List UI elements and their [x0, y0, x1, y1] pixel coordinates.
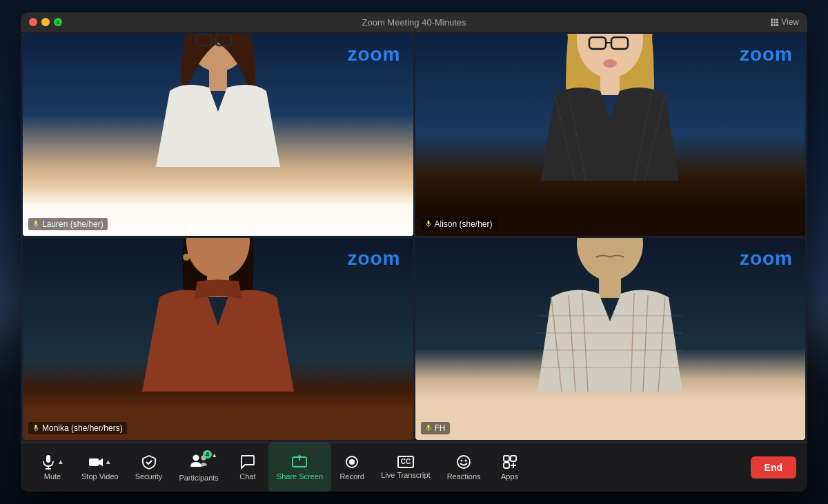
zoom-window: Zoom Meeting 40-Minutes View	[21, 12, 807, 492]
mic-icon-alison	[425, 221, 432, 228]
svg-point-38	[461, 459, 463, 461]
share-screen-toolbar-icon	[292, 454, 307, 470]
mic-icon-monika	[32, 425, 39, 432]
svg-rect-2	[209, 70, 227, 91]
reactions-button[interactable]: Reactions	[439, 443, 489, 492]
participant-video-fh	[506, 238, 713, 440]
video-grid: zoom Lauren (she/her)	[21, 32, 807, 442]
svg-rect-6	[35, 221, 37, 225]
security-button[interactable]: Security	[127, 443, 171, 492]
mute-button[interactable]: ▲ Mute	[32, 443, 73, 492]
live-transcript-button[interactable]: CC Live Transcript	[373, 443, 439, 492]
mic-icon-lauren	[32, 221, 39, 228]
shield-toolbar-icon	[141, 454, 157, 470]
participants-button[interactable]: 4 ▲ Participants	[170, 443, 226, 492]
participants-label: Participants	[179, 474, 218, 482]
live-transcript-label: Live Transcript	[381, 471, 431, 479]
record-label: Record	[339, 472, 364, 481]
participant-video-alison	[506, 34, 713, 236]
window-title: Zoom Meeting 40-Minutes	[362, 17, 466, 28]
video-cell-fh: zoom FH	[415, 238, 806, 440]
apps-toolbar-icon	[502, 454, 518, 470]
participants-chevron[interactable]: ▲	[211, 452, 217, 458]
mic-toolbar-icon	[41, 454, 56, 470]
svg-rect-10	[600, 76, 620, 95]
stop-video-button[interactable]: ▲ Stop Video	[73, 443, 127, 492]
maximize-button[interactable]	[54, 18, 62, 26]
participant-video-monika	[115, 238, 322, 440]
svg-point-36	[349, 459, 355, 465]
zoom-watermark-1: zoom	[740, 43, 793, 65]
svg-point-37	[457, 456, 470, 468]
chat-button[interactable]: Chat	[227, 443, 268, 492]
record-button[interactable]: Record	[331, 443, 373, 492]
security-label: Security	[135, 472, 163, 481]
minimize-button[interactable]	[41, 18, 50, 26]
stop-video-label: Stop Video	[81, 472, 119, 481]
chat-toolbar-icon	[240, 454, 255, 470]
traffic-lights	[29, 18, 62, 26]
zoom-watermark-0: zoom	[347, 43, 400, 65]
svg-point-14	[603, 59, 617, 68]
titlebar: Zoom Meeting 40-Minutes View	[21, 12, 807, 32]
mic-icon-fh	[425, 425, 432, 432]
zoom-watermark-2: zoom	[347, 248, 400, 270]
svg-rect-15	[427, 221, 429, 225]
participants-count-badge: 4	[203, 450, 212, 458]
cc-icon: CC	[397, 456, 414, 468]
svg-rect-42	[504, 463, 509, 468]
video-chevron[interactable]: ▲	[105, 458, 112, 465]
svg-rect-41	[511, 456, 516, 461]
record-toolbar-icon	[344, 454, 359, 470]
share-screen-button[interactable]: Share Screen	[268, 443, 331, 492]
svg-point-20	[183, 254, 190, 261]
svg-rect-40	[504, 456, 509, 461]
video-cell-monika: zoom Monika (she/her/hers)	[23, 238, 413, 440]
svg-point-24	[577, 238, 643, 281]
apps-label: Apps	[501, 472, 518, 481]
video-cell-alison: zoom Alison (she/her)	[415, 34, 806, 236]
zoom-watermark-3: zoom	[740, 248, 793, 270]
svg-point-39	[465, 459, 467, 461]
name-tag-fh: FH	[421, 422, 450, 434]
chat-label: Chat	[239, 472, 255, 481]
name-tag-lauren: Lauren (she/her)	[28, 218, 108, 230]
apps-button[interactable]: Apps	[489, 443, 531, 492]
svg-rect-28	[46, 455, 50, 463]
share-screen-label: Share Screen	[277, 472, 323, 481]
svg-rect-25	[599, 279, 621, 298]
name-tag-alison: Alison (she/her)	[421, 218, 497, 230]
reactions-toolbar-icon	[456, 454, 471, 470]
mute-chevron[interactable]: ▲	[57, 458, 64, 465]
participant-video-lauren	[115, 34, 322, 236]
name-tag-monika: Monika (she/her/hers)	[28, 422, 127, 434]
svg-point-32	[193, 454, 199, 461]
video-cell-lauren: zoom Lauren (she/her)	[23, 34, 413, 236]
mute-label: Mute	[44, 472, 61, 481]
toolbar: ▲ Mute ▲ Stop Video Security	[21, 442, 807, 492]
reactions-label: Reactions	[447, 472, 481, 481]
svg-rect-21	[35, 425, 37, 429]
end-button[interactable]: End	[751, 456, 796, 478]
svg-rect-31	[89, 458, 99, 466]
view-button[interactable]: View	[771, 17, 799, 27]
video-toolbar-icon	[88, 454, 103, 470]
close-button[interactable]	[29, 18, 37, 26]
svg-rect-26	[427, 425, 429, 429]
grid-icon	[771, 19, 778, 26]
